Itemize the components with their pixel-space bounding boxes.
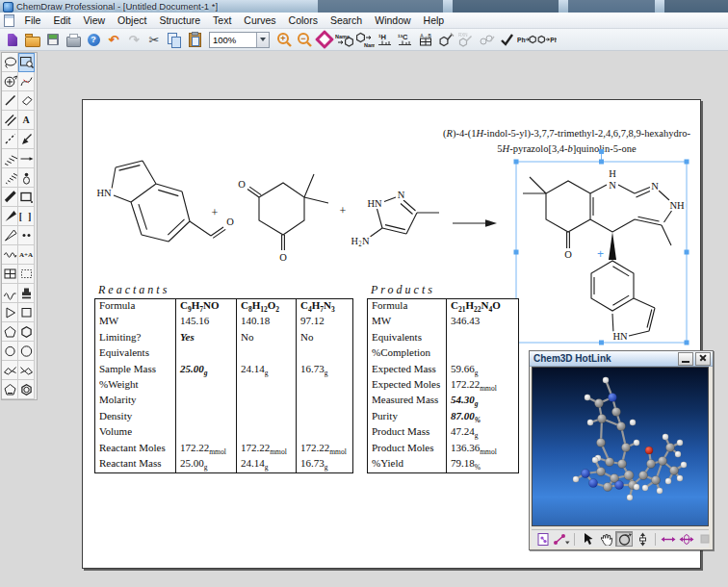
zoom-level-combo[interactable]: 100% [209,32,270,48]
square-template-tool[interactable] [18,303,35,322]
cyclopentadiene-ring-tool[interactable] [2,380,18,399]
zoom-out-button[interactable]: − [295,30,314,49]
menu-view[interactable]: View [77,13,112,28]
table-cell[interactable]: 25.00g [175,457,236,472]
hexagon-template-tool[interactable] [18,322,35,342]
eraser-tool[interactable] [18,91,35,111]
double-bond-tool[interactable] [2,111,18,130]
save-button[interactable] [43,30,63,49]
rotate-button[interactable] [615,531,633,547]
table-cell[interactable] [236,346,296,362]
zoom-dropdown-arrow[interactable] [256,33,269,47]
table-cell[interactable] [296,394,351,409]
drawing-elements-tool[interactable] [18,188,35,207]
predict-1h-nmr-button[interactable]: ¹H [376,30,395,49]
table-cell[interactable] [236,394,296,409]
table-cell[interactable]: No [296,331,351,346]
table-cell[interactable] [296,425,351,441]
expand-label-button[interactable]: Ph [517,30,536,49]
text-tool[interactable]: A [18,111,35,130]
table-cell[interactable]: 54.30g [446,394,516,409]
cut-button[interactable]: ✂ [144,30,164,49]
bracket-tool[interactable]: [ ] [18,207,35,226]
menu-colors[interactable]: Colors [282,13,324,28]
pan-hand-button[interactable] [597,531,614,547]
template-tool[interactable] [18,284,35,303]
menu-file[interactable]: File [18,13,47,28]
clean-up-structure-button[interactable] [436,30,455,49]
text-formula-tool[interactable]: A+A [18,245,35,265]
hashed-wedge-tool[interactable] [2,168,18,188]
zoom-in-button[interactable]: + [274,30,294,49]
chemical-symbols-tool[interactable] [18,226,35,245]
table-cell[interactable]: C4H7N3 [296,299,351,315]
multiple-bonds-tool[interactable] [18,72,35,91]
model-document-button[interactable] [534,531,552,547]
table-cell[interactable]: 79.18% [446,457,516,472]
table-cell[interactable] [296,410,351,425]
table-cell[interactable] [446,346,516,362]
bond-style-button[interactable] [553,531,570,547]
selection-box[interactable]: + [514,149,689,345]
document-system-icon[interactable] [4,14,14,27]
structure-to-name-button[interactable]: Name [355,30,375,49]
stoichiometry-grid-button[interactable]: A→B [416,30,435,49]
reactant-dimedone[interactable] [247,174,328,250]
solid-bond-tool[interactable] [2,91,18,111]
chair-cyclohexane-right-tool[interactable] [18,361,35,380]
check-structure-button[interactable] [497,30,516,49]
frame-tool[interactable] [18,265,35,284]
menu-search[interactable]: Search [324,13,368,28]
wavy-bond-tool[interactable] [2,245,18,265]
print-button[interactable] [64,30,83,49]
bold-bond-tool[interactable] [2,188,18,207]
table-cell[interactable] [296,378,351,394]
table-cell[interactable]: 346.43 [446,315,516,330]
table-cell[interactable] [236,410,296,425]
select-arrow-button[interactable] [579,531,596,547]
rotate-x-button[interactable] [660,531,677,547]
table-cell[interactable] [175,378,236,394]
table-cell[interactable]: 145.16 [175,315,236,330]
curve-tool[interactable] [2,284,18,303]
rotation-handle[interactable] [599,149,604,154]
table-cell[interactable]: 24.14g [236,457,296,472]
table-cell[interactable]: 25.00g [175,363,236,378]
table-cell[interactable]: C8H12O2 [236,299,296,315]
predict-13c-nmr-button[interactable]: ¹³C [396,30,415,49]
products-table[interactable]: FormulaC21H22N4OMW346.43Equivalents%Comp… [367,298,519,473]
orbital-tool[interactable] [18,168,35,188]
hollow-wedge-tool[interactable] [2,226,18,245]
table-cell[interactable]: 172.22mmol [175,442,236,457]
pen-tool[interactable] [18,130,35,149]
table-cell[interactable] [175,346,236,362]
table-cell[interactable] [175,410,236,425]
table-cell[interactable] [175,425,236,441]
reactants-table[interactable]: FormulaC9H7NOC8H12O2C4H7N3MW145.16140.18… [94,298,353,473]
rotate-3d-tool[interactable] [2,72,18,91]
menu-object[interactable]: Object [112,13,153,28]
undo-button[interactable]: ↶ [104,30,123,49]
table-cell[interactable] [296,346,351,362]
table-cell[interactable]: 97.12 [296,315,351,330]
table-cell[interactable]: 172.22mmol [236,442,296,457]
menu-curves[interactable]: Curves [238,13,282,28]
menu-text[interactable]: Text [207,13,238,28]
lasso-tool[interactable] [2,53,18,72]
table-cell[interactable] [446,331,516,346]
cyclopentane-ring-tool[interactable] [2,342,18,361]
arrow-tool[interactable] [18,149,35,168]
minimize-button[interactable] [678,352,693,366]
menu-edit[interactable]: Edit [47,13,77,28]
cyclohexane-ring-tool[interactable] [18,342,35,361]
reactant-indole-carbaldehyde[interactable] [112,161,225,242]
rotate-y-button[interactable] [678,531,695,547]
triangle-template-tool[interactable] [2,303,18,322]
table-cell[interactable]: 16.73g [296,457,351,472]
table-cell[interactable] [236,425,296,441]
new-document-button[interactable] [3,30,22,49]
menu-help[interactable]: Help [417,13,451,28]
table-cell[interactable]: C9H7NO [175,299,236,315]
reaction-arrow[interactable] [453,219,497,227]
table-cell[interactable]: C21H22N4O [446,299,516,315]
